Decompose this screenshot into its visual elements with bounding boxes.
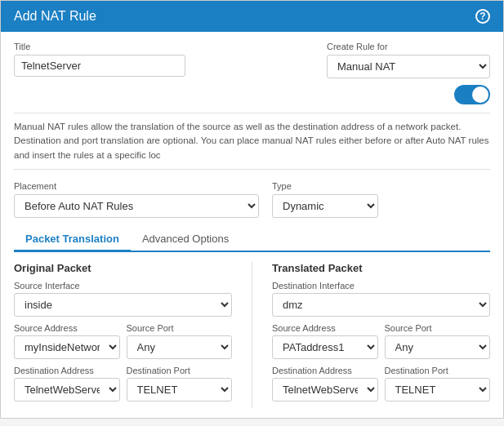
add-nat-rule-modal: Add NAT Rule ? Title Create Rule for Man… [0, 0, 504, 419]
placement-type-row: Placement Before Auto NAT Rules After Au… [14, 181, 490, 218]
orig-source-port-label: Source Port [127, 323, 233, 333]
orig-source-address-field: Source Address myInsideNetwork Any [14, 323, 120, 359]
trans-dest-address-label: Destination Address [272, 366, 378, 375]
placement-field-group: Placement Before Auto NAT Rules After Au… [14, 181, 259, 218]
help-icon[interactable]: ? [475, 9, 490, 24]
trans-dest-interface-select[interactable]: dmz inside outside [272, 293, 490, 317]
orig-source-interface-field: Source Interface inside outside dmz [14, 281, 232, 317]
create-rule-select[interactable]: Manual NAT Auto NAT [327, 55, 490, 78]
translated-packet-title: Translated Packet [272, 262, 490, 274]
translated-packet-section: Translated Packet Destination Interface … [272, 262, 490, 408]
modal-header: Add NAT Rule ? [1, 1, 503, 32]
title-field-group: Title [14, 42, 185, 104]
trans-source-port-select[interactable]: Any [385, 335, 491, 359]
create-rule-field-group: Create Rule for Manual NAT Auto NAT [198, 42, 490, 104]
vertical-divider [252, 262, 252, 408]
orig-source-port-select[interactable]: Any [127, 335, 233, 359]
original-packet-title: Original Packet [14, 262, 232, 274]
trans-source-address-field: Source Address PATaddress1 [272, 323, 378, 359]
type-select[interactable]: Dynamic Static [272, 194, 378, 218]
placement-select[interactable]: Before Auto NAT Rules After Auto NAT Rul… [14, 194, 259, 218]
trans-dest-interface-field: Destination Interface dmz inside outside [272, 281, 490, 317]
title-label: Title [14, 42, 185, 51]
placement-label: Placement [14, 181, 259, 191]
toggle-switch[interactable] [454, 85, 490, 104]
trans-dest-interface-label: Destination Interface [272, 281, 490, 291]
trans-source-row: Source Address PATaddress1 Source Port A… [272, 323, 490, 366]
orig-source-interface-label: Source Interface [14, 281, 232, 291]
orig-dest-port-label: Destination Port [127, 366, 233, 375]
orig-source-port-field: Source Port Any [127, 323, 233, 359]
type-label: Type [272, 181, 378, 191]
orig-source-row: Source Address myInsideNetwork Any Sourc… [14, 323, 232, 366]
orig-dest-address-select[interactable]: TelnetWebServe [14, 378, 120, 402]
trans-dest-port-field: Destination Port TELNET [385, 366, 491, 402]
tab-packet-translation[interactable]: Packet Translation [14, 228, 131, 252]
trans-source-address-select[interactable]: PATaddress1 [272, 335, 378, 359]
modal-body: Title Create Rule for Manual NAT Auto NA… [1, 32, 503, 418]
trans-dest-port-label: Destination Port [385, 366, 491, 375]
orig-dest-row: Destination Address TelnetWebServe Desti… [14, 366, 232, 408]
trans-source-port-field: Source Port Any [385, 323, 491, 359]
top-fields-row: Title Create Rule for Manual NAT Auto NA… [14, 42, 490, 104]
trans-source-port-label: Source Port [385, 323, 491, 333]
orig-dest-port-select[interactable]: TELNET [127, 378, 233, 402]
modal-title: Add NAT Rule [14, 9, 96, 24]
title-input[interactable] [14, 55, 185, 77]
trans-dest-port-select[interactable]: TELNET [385, 378, 491, 402]
tab-advanced-options[interactable]: Advanced Options [131, 228, 240, 252]
trans-dest-address-field: Destination Address TelnetWebServe [272, 366, 378, 402]
type-field-group: Type Dynamic Static [272, 181, 378, 218]
trans-dest-address-select[interactable]: TelnetWebServe [272, 378, 378, 402]
orig-dest-port-field: Destination Port TELNET [127, 366, 233, 402]
original-packet-section: Original Packet Source Interface inside … [14, 262, 232, 408]
orig-source-address-label: Source Address [14, 323, 120, 333]
trans-source-address-label: Source Address [272, 323, 378, 333]
orig-source-address-select[interactable]: myInsideNetwork Any [14, 335, 120, 359]
orig-source-interface-select[interactable]: inside outside dmz [14, 293, 232, 317]
orig-dest-address-label: Destination Address [14, 366, 120, 375]
trans-dest-row: Destination Address TelnetWebServe Desti… [272, 366, 490, 408]
tabs-bar: Packet Translation Advanced Options [14, 228, 490, 252]
orig-dest-address-field: Destination Address TelnetWebServe [14, 366, 120, 402]
info-text: Manual NAT rules allow the translation o… [14, 113, 490, 170]
packets-row: Original Packet Source Interface inside … [14, 262, 490, 408]
create-rule-label: Create Rule for [327, 42, 490, 51]
